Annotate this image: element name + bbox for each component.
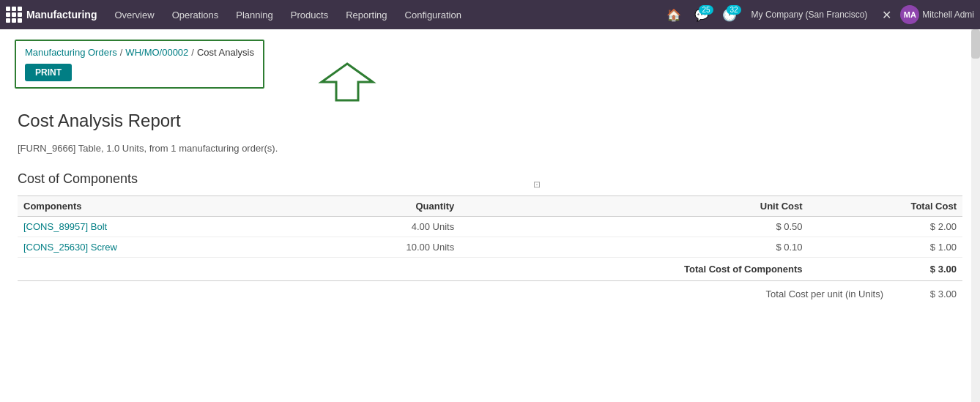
app-name: Manufacturing bbox=[26, 9, 97, 21]
breadcrumb-sep-2: / bbox=[191, 47, 194, 58]
svg-marker-0 bbox=[322, 64, 373, 100]
section-title: Cost of Components bbox=[18, 171, 962, 187]
company-name: My Company (San Francisco) bbox=[746, 10, 874, 20]
topnav: Manufacturing Overview Operations Planni… bbox=[0, 0, 980, 29]
clock-icon-btn[interactable]: 🕐 32 bbox=[718, 5, 741, 25]
unit-total-value: $ 3.00 bbox=[913, 289, 957, 299]
unit-total-row: Total Cost per unit (in Units) $ 3.00 bbox=[18, 280, 962, 302]
nav-planning[interactable]: Planning bbox=[227, 0, 282, 29]
table-row: [CONS_89957] Bolt 4.00 Units $ 0.50 $ 2.… bbox=[18, 217, 962, 237]
breadcrumb-mo-number[interactable]: WH/MO/00002 bbox=[125, 47, 188, 58]
total-empty-2 bbox=[300, 258, 460, 278]
component-name-1: [CONS_89957] Bolt bbox=[18, 217, 300, 237]
topnav-right: 🏠 💬 25 🕐 32 My Company (San Francisco) ✕… bbox=[662, 5, 974, 25]
main-nav: Overview Operations Planning Products Re… bbox=[105, 0, 661, 29]
nav-reporting[interactable]: Reporting bbox=[337, 0, 396, 29]
settings-icon-btn[interactable]: ✕ bbox=[877, 5, 896, 25]
component-link-2[interactable]: [CONS_25630] Screw bbox=[23, 242, 117, 253]
home-icon-btn[interactable]: 🏠 bbox=[662, 5, 686, 25]
table-row: [CONS_25630] Screw 10.00 Units $ 0.10 $ … bbox=[18, 237, 962, 258]
quantity-2: 10.00 Units bbox=[300, 237, 460, 258]
total-components-row: Total Cost of Components $ 3.00 bbox=[18, 258, 962, 278]
total-cost-2: $ 1.00 bbox=[809, 237, 962, 258]
user-avatar: MA bbox=[900, 5, 919, 24]
total-cost-1: $ 2.00 bbox=[809, 217, 962, 237]
unit-cost-1: $ 0.50 bbox=[460, 217, 808, 237]
component-link-1[interactable]: [CONS_89957] Bolt bbox=[23, 221, 107, 232]
unit-total-label: Total Cost per unit (in Units) bbox=[766, 289, 883, 299]
col-unit-cost: Unit Cost bbox=[460, 196, 808, 217]
nav-overview[interactable]: Overview bbox=[105, 0, 163, 29]
col-quantity: Quantity bbox=[300, 196, 460, 217]
user-menu[interactable]: MA Mitchell Admi bbox=[900, 5, 974, 24]
col-total-cost: Total Cost bbox=[809, 196, 962, 217]
nav-products[interactable]: Products bbox=[282, 0, 337, 29]
total-components-label: Total Cost of Components bbox=[460, 258, 808, 278]
report-title: Cost Analysis Report bbox=[18, 111, 962, 131]
quantity-1: 4.00 Units bbox=[300, 217, 460, 237]
clock-badge: 32 bbox=[727, 5, 740, 15]
app-brand[interactable]: Manufacturing bbox=[6, 7, 97, 23]
chat-badge: 25 bbox=[699, 5, 713, 15]
unit-cost-2: $ 0.10 bbox=[460, 237, 808, 258]
scrollbar-thumb[interactable] bbox=[971, 29, 980, 59]
expand-icon[interactable]: ⊡ bbox=[533, 179, 541, 190]
total-empty-1 bbox=[18, 258, 300, 278]
nav-configuration[interactable]: Configuration bbox=[396, 0, 470, 29]
main-content: ⊡ Cost Analysis Report [FURN_9666] Table… bbox=[0, 99, 980, 314]
breadcrumb: Manufacturing Orders / WH/MO/00002 / Cos… bbox=[25, 47, 254, 58]
grid-icon bbox=[6, 7, 22, 23]
print-button[interactable]: PRINT bbox=[25, 64, 72, 81]
report-subtitle: [FURN_9666] Table, 1.0 Units, from 1 man… bbox=[18, 143, 962, 154]
breadcrumb-manufacturing-orders[interactable]: Manufacturing Orders bbox=[25, 47, 117, 58]
breadcrumb-sep-1: / bbox=[120, 47, 123, 58]
chat-icon-btn[interactable]: 💬 25 bbox=[690, 5, 713, 25]
breadcrumb-current: Cost Analysis bbox=[197, 47, 254, 58]
cost-table: Components Quantity Unit Cost Total Cost… bbox=[18, 196, 962, 278]
action-bar: Manufacturing Orders / WH/MO/00002 / Cos… bbox=[15, 40, 264, 89]
scrollbar[interactable] bbox=[971, 29, 980, 314]
total-components-value: $ 3.00 bbox=[809, 258, 962, 278]
col-components: Components bbox=[18, 196, 300, 217]
component-name-2: [CONS_25630] Screw bbox=[18, 237, 300, 258]
nav-operations[interactable]: Operations bbox=[163, 0, 228, 29]
user-name: Mitchell Admi bbox=[922, 10, 974, 20]
